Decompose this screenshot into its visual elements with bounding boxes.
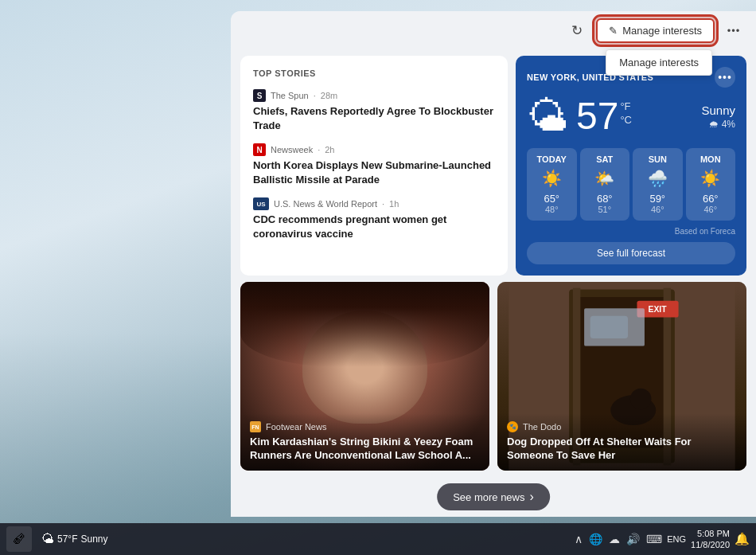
card-headline: Kim Kardashian's String Bikini & Yeezy F… <box>250 436 480 463</box>
cards-row-1: TOP STORIES S The Spun · 28m Chiefs, Rav… <box>231 49 756 282</box>
forecast-icon: 🌤️ <box>583 169 627 188</box>
sun-icon: 🌤 <box>527 96 568 137</box>
forecast-high: 68° <box>583 193 627 205</box>
taskbar-up-arrow-icon[interactable]: ∧ <box>575 533 583 545</box>
source-time-value: 28m <box>321 91 337 100</box>
forecast-high: 59° <box>636 193 680 205</box>
card-source-name: The Dodo <box>523 422 561 432</box>
card-overlay: 🐾 The Dodo Dog Dropped Off At Shelter Wa… <box>497 413 746 471</box>
svg-point-9 <box>630 389 652 410</box>
forecast-today: TODAY ☀️ 65° 48° <box>527 148 577 221</box>
source-time-value: 1h <box>389 199 399 209</box>
taskbar-lang: ENG <box>667 534 686 544</box>
taskbar-right: ∧ 🌐 ☁ 🔊 ⌨ ENG 5:08 PM 11/8/2020 🔔 <box>575 528 750 551</box>
taskbar-speaker-icon[interactable]: 🔊 <box>626 533 640 545</box>
news-panel: ↻ ✎ Manage interests ••• Manage interest… <box>231 11 756 517</box>
refresh-button[interactable]: ↻ <box>564 18 590 43</box>
refresh-icon: ↻ <box>571 22 583 39</box>
weather-left: 🌤 57 °F °C <box>527 96 632 137</box>
taskbar-notification-icon[interactable]: 🔔 <box>735 532 750 546</box>
taskbar-weather-sun-icon: 🌤 <box>41 532 54 546</box>
forecast-low: 46° <box>689 205 733 214</box>
news-item[interactable]: S The Spun · 28m Chiefs, Ravens Reported… <box>253 89 495 132</box>
news-source: S The Spun · 28m <box>253 89 495 102</box>
weather-condition: Sunny <box>701 104 735 117</box>
source-time: · <box>382 199 384 209</box>
source-time-value: 2h <box>325 145 334 154</box>
svg-rect-10 <box>590 316 628 338</box>
forecast-low: 48° <box>530 205 574 214</box>
taskbar-keyboard-icon[interactable]: ⌨ <box>646 533 662 545</box>
taskbar: 🗞 🌤 57°F Sunny ∧ 🌐 ☁ 🔊 ⌨ ENG 5:08 PM 11/… <box>0 523 756 555</box>
taskbar-time-line1: 5:08 PM <box>691 528 730 539</box>
forecast-high: 65° <box>530 193 574 205</box>
manage-interests-label: Manage interests <box>622 25 702 37</box>
manage-interests-button[interactable]: ✎ Manage interests <box>596 18 715 43</box>
taskbar-left: 🗞 🌤 57°F Sunny <box>6 526 115 552</box>
section-title: TOP STORIES <box>253 68 495 78</box>
source-name: U.S. News & World Report <box>274 199 377 209</box>
rain-icon: 🌧 <box>709 119 719 130</box>
forecast-mon: MON ☀️ 66° 46° <box>686 148 736 221</box>
forecast-day-label: MON <box>689 154 733 164</box>
more-icon: ••• <box>727 25 741 37</box>
source-time: · <box>318 145 320 154</box>
card-source: FN Footwear News <box>250 421 480 432</box>
dodo-logo: 🐾 <box>507 421 518 432</box>
news-headline: North Korea Displays New Submarine-Launc… <box>253 158 495 186</box>
forecast-icon: ☀️ <box>689 169 733 188</box>
weather-source: Based on Foreca <box>527 227 735 236</box>
taskbar-network-icon[interactable]: 🌐 <box>589 533 602 545</box>
more-options-button[interactable]: ••• <box>721 18 746 43</box>
weather-more-button[interactable]: ••• <box>715 67 735 88</box>
card-headline: Dog Dropped Off At Shelter Waits For Som… <box>507 436 737 463</box>
taskbar-cloud-icon[interactable]: ☁ <box>609 533 620 545</box>
forecast-sun: SUN 🌧️ 59° 46° <box>633 148 683 221</box>
forecast-day-label: SUN <box>636 154 680 164</box>
see-more-news-button[interactable]: See more news › <box>437 483 550 510</box>
weather-temp: 57 <box>576 97 618 135</box>
weather-card: NEW YORK, UNITED STATES ••• 🌤 57 °F °C <box>516 56 746 276</box>
kim-kardashian-card[interactable]: FN Footwear News Kim Kardashian's String… <box>240 282 489 471</box>
taskbar-news-icon[interactable]: 🗞 <box>6 526 32 552</box>
taskbar-system-icons: ∧ 🌐 ☁ 🔊 ⌨ <box>575 533 662 545</box>
weather-forecast: TODAY ☀️ 65° 48° SAT 🌤️ 68° 51° SUN 🌧️ <box>527 148 735 221</box>
panel-content: TOP STORIES S The Spun · 28m Chiefs, Rav… <box>231 49 756 477</box>
see-more-label: See more news <box>453 491 524 503</box>
news-source: N Newsweek · 2h <box>253 143 495 156</box>
weather-current: 🌤 57 °F °C Sunny 🌧 4% <box>527 96 735 137</box>
dog-shelter-card[interactable]: EXIT 🐾 The Dodo Dog Dro <box>497 282 746 471</box>
taskbar-weather[interactable]: 🌤 57°F Sunny <box>35 532 115 546</box>
news-item[interactable]: US U.S. News & World Report · 1h CDC rec… <box>253 197 495 240</box>
forecast-icon: 🌧️ <box>636 169 680 188</box>
arrow-icon: › <box>530 490 534 504</box>
see-full-forecast-button[interactable]: See full forecast <box>527 242 735 264</box>
footwear-news-logo: FN <box>250 421 261 432</box>
cards-row-2: FN Footwear News Kim Kardashian's String… <box>231 282 756 477</box>
weather-temp-unit: °F °C <box>620 100 632 126</box>
forecast-low: 46° <box>636 205 680 214</box>
forecast-day-label: SAT <box>583 154 627 164</box>
svg-text:EXIT: EXIT <box>648 305 667 314</box>
card-source-name: Footwear News <box>266 422 326 432</box>
source-name: Newsweek <box>271 145 313 154</box>
top-stories-card: TOP STORIES S The Spun · 28m Chiefs, Rav… <box>240 56 508 276</box>
source-time: · <box>314 91 316 100</box>
weather-precip: 🌧 4% <box>701 119 735 130</box>
weather-right: Sunny 🌧 4% <box>701 104 735 130</box>
forecast-sat: SAT 🌤️ 68° 51° <box>580 148 630 221</box>
taskbar-time: 5:08 PM 11/8/2020 <box>691 528 730 551</box>
taskbar-condition: Sunny <box>80 534 107 545</box>
news-item[interactable]: N Newsweek · 2h North Korea Displays New… <box>253 143 495 186</box>
manage-interests-tooltip[interactable]: Manage interests <box>606 49 712 76</box>
source-name: The Spun <box>271 91 309 100</box>
taskbar-temp: 57°F <box>57 534 77 545</box>
news-headline: Chiefs, Ravens Reportedly Agree To Block… <box>253 104 495 132</box>
source-logo-usnews: US <box>253 197 269 210</box>
see-more-bar: See more news › <box>437 483 550 510</box>
tooltip-label: Manage interests <box>619 57 699 68</box>
forecast-icon: ☀️ <box>530 169 574 188</box>
source-logo-newsweek: N <box>253 143 266 156</box>
source-logo-spun: S <box>253 89 266 102</box>
forecast-low: 51° <box>583 205 627 214</box>
